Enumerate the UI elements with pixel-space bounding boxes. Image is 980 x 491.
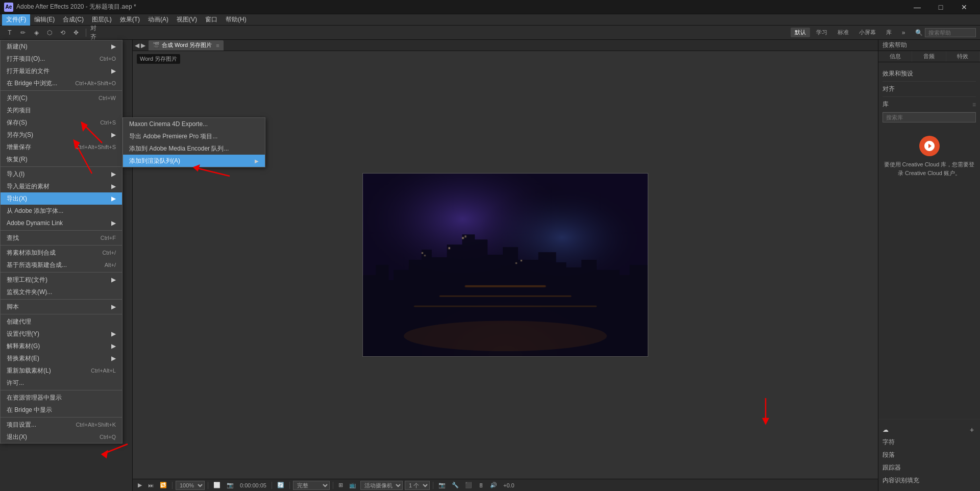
menu-save-as[interactable]: 另存为(S) ▶ (1, 129, 122, 141)
right-item-effects-presets[interactable]: 效果和预设 (883, 66, 976, 82)
right-item-align[interactable]: 对齐 (883, 82, 976, 97)
divider-4 (1, 245, 122, 245)
search-help-input[interactable] (925, 28, 976, 37)
loop-btn[interactable]: 🔁 (158, 481, 169, 490)
menu-license[interactable]: 许可... (1, 377, 122, 389)
menu-import[interactable]: 导入(I) ▶ (1, 168, 122, 180)
menu-recent-files[interactable]: 打开最近的文件 ▶ (1, 65, 122, 77)
menu-new-comp-from-sel[interactable]: 基于所选项新建合成... Alt+/ (1, 259, 122, 271)
submenu-cinema4d[interactable]: Maxon Cinema 4D Exporte... (123, 118, 265, 130)
menu-project-settings[interactable]: 项目设置... Ctrl+Alt+Shift+K (1, 419, 122, 431)
viewer-btn2[interactable]: 🔧 (450, 481, 461, 490)
menu-set-proxy[interactable]: 设置代理(Y) ▶ (1, 328, 122, 340)
menu-help[interactable]: 帮助(H) (222, 14, 251, 26)
menu-file[interactable]: 文件(F) (2, 14, 30, 26)
city-scene (363, 174, 648, 356)
right-tab-effects[interactable]: 特效 (946, 51, 980, 62)
comp-tab-label: 合成 Word 另存图片 (162, 41, 212, 49)
svg-rect-30 (424, 255, 426, 256)
minimize-button[interactable]: — (905, 0, 929, 14)
submenu-media-encoder[interactable]: 添加到 Adobe Media Encoder 队列... (123, 142, 265, 155)
menu-open-project[interactable]: 打开项目(O)... Ctrl+O (1, 53, 122, 65)
right-bottom-char[interactable]: 字符 (883, 436, 976, 449)
menu-show-in-explorer[interactable]: 在资源管理器中显示 (1, 391, 122, 404)
right-bottom-para[interactable]: 段落 (883, 449, 976, 461)
render-btn[interactable]: 🔄 (275, 481, 286, 490)
menu-interpret-footage[interactable]: 解释素材(G) ▶ (1, 340, 122, 352)
divider-3 (1, 230, 122, 231)
right-bottom-content-aware[interactable]: 内容识别填充 (883, 474, 976, 487)
toggle-btn[interactable]: 📺 (347, 481, 358, 490)
right-tab-audio[interactable]: 音频 (912, 51, 946, 62)
menu-animate[interactable]: 动画(A) (144, 14, 173, 26)
workspace-library[interactable]: 库 (882, 28, 896, 37)
menu-save[interactable]: 保存(S) Ctrl+S (1, 116, 122, 129)
camera-select[interactable]: 活动摄像机 (360, 481, 403, 490)
close-button[interactable]: ✕ (952, 0, 976, 14)
viewer-btn5[interactable]: 🔊 (488, 481, 499, 490)
workspace-standard[interactable]: 标准 (834, 28, 853, 37)
workspace-more[interactable]: » (898, 27, 909, 38)
viewer-btn3[interactable]: ⬛ (463, 481, 474, 490)
menu-effect[interactable]: 效果(T) (116, 14, 144, 26)
workspace-small[interactable]: 小屏幕 (855, 28, 880, 37)
comp-forward-icon[interactable]: ▶ (141, 42, 145, 49)
menu-quit[interactable]: 退出(X) Ctrl+Q (1, 431, 122, 443)
menu-dynamic-link[interactable]: Adobe Dynamic Link ▶ (1, 217, 122, 229)
svg-rect-25 (439, 296, 572, 297)
menu-close[interactable]: 关闭(C) Ctrl+W (1, 92, 122, 104)
play-btn[interactable]: ▶ (136, 481, 144, 490)
menu-compose[interactable]: 合成(C) (59, 14, 88, 26)
snapshot-btn[interactable]: 📷 (436, 481, 448, 490)
menu-replace-footage[interactable]: 替换素材(E) ▶ (1, 352, 122, 364)
zoom-select[interactable]: 100% 50% 200% (176, 481, 205, 490)
menu-close-project[interactable]: 关闭项目 (1, 104, 122, 116)
viewer-btn4[interactable]: 🎚 (476, 481, 486, 490)
menu-scripts[interactable]: 脚本 ▶ (1, 301, 122, 313)
tool-rotate[interactable]: ⟲ (57, 27, 68, 38)
menu-add-font[interactable]: 从 Adobe 添加字体... (1, 205, 122, 217)
menu-window[interactable]: 窗口 (201, 14, 222, 26)
menu-watch-folder[interactable]: 监视文件夹(W)... (1, 286, 122, 298)
tool-move[interactable]: ✥ (70, 27, 82, 38)
grid-btn[interactable]: ⊞ (336, 481, 345, 490)
svg-rect-24 (464, 285, 546, 287)
right-bottom-tracker[interactable]: 跟踪器 (883, 461, 976, 474)
maximize-button[interactable]: □ (929, 0, 952, 14)
submenu-premiere[interactable]: 导出 Adobe Premiere Pro 项目... (123, 130, 265, 142)
quality-select[interactable]: 完整 一半 三分之一 (293, 481, 330, 490)
camera-btn[interactable]: 📷 (225, 481, 236, 490)
menu-increment-save[interactable]: 增量保存 Ctrl+Alt+Shift+S (1, 141, 122, 153)
tool-text[interactable]: T (4, 27, 15, 38)
menu-export[interactable]: 导出(X) ▶ (1, 192, 122, 205)
align-btn[interactable]: 对齐 (90, 27, 102, 38)
plus-button[interactable]: + (968, 426, 976, 434)
menu-edit[interactable]: 编辑(E) (30, 14, 59, 26)
menu-revert[interactable]: 恢复(R) (1, 153, 122, 165)
library-search-input[interactable] (883, 112, 976, 122)
menu-browse-bridge[interactable]: 在 Bridge 中浏览... Ctrl+Alt+Shift+O (1, 77, 122, 89)
ctrl-sep-3 (272, 482, 272, 489)
comp-back-icon[interactable]: ◀ (135, 42, 139, 49)
right-tab-info[interactable]: 信息 (878, 51, 912, 62)
track-select[interactable]: 1 个 (405, 481, 430, 490)
menu-create-proxy[interactable]: 创建代理 (1, 315, 122, 328)
right-item-library[interactable]: 库 ≡ (883, 97, 976, 112)
region-btn[interactable]: ⬜ (211, 481, 223, 490)
menu-reload-footage[interactable]: 重新加载素材(L) Ctrl+Alt+L (1, 364, 122, 377)
workspace-default[interactable]: 默认 (791, 28, 810, 37)
menu-find[interactable]: 查找 Ctrl+F (1, 232, 122, 244)
menu-show-in-bridge[interactable]: 在 Bridge 中显示 (1, 404, 122, 416)
menu-view[interactable]: 视图(V) (173, 14, 201, 26)
comp-tab-main[interactable]: 🎬 合成 Word 另存图片 ≡ (149, 40, 224, 51)
menu-import-recent[interactable]: 导入最近的素材 ▶ (1, 180, 122, 192)
tool-pen[interactable]: ✏ (17, 27, 29, 38)
menu-new[interactable]: 新建(N) ▶ (1, 40, 122, 53)
submenu-render-queue[interactable]: 添加到渲染队列(A) ▶ (123, 155, 265, 167)
menu-add-footage[interactable]: 将素材添加到合成 Ctrl+/ (1, 247, 122, 259)
step-frame-btn[interactable]: ⏭ (146, 481, 156, 490)
menu-organize[interactable]: 整理工程(文件) ▶ (1, 274, 122, 286)
tool-hex[interactable]: ⬡ (44, 27, 55, 38)
tool-shape[interactable]: ◈ (31, 27, 42, 38)
workspace-learn[interactable]: 学习 (812, 28, 831, 37)
